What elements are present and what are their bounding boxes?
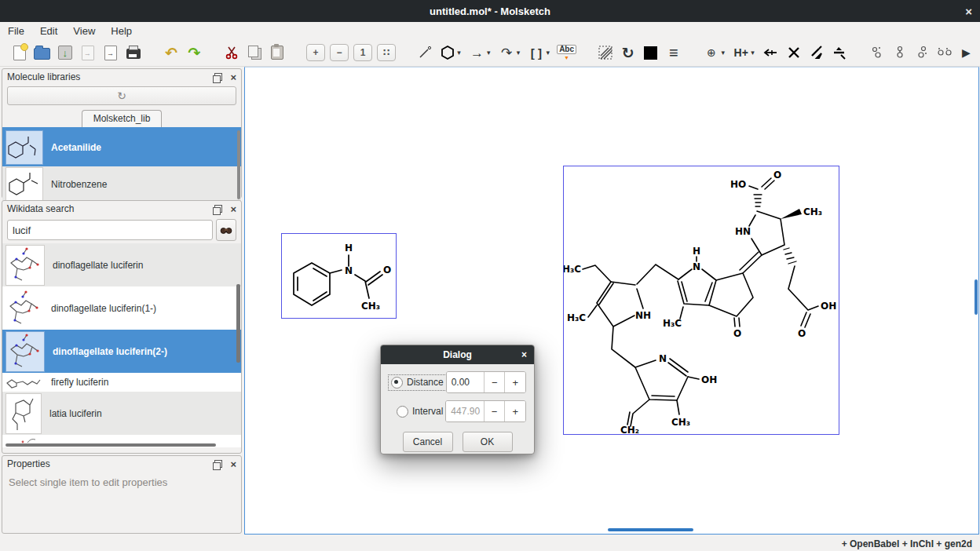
delete-tool[interactable] <box>784 42 803 63</box>
tab-molsketch-lib[interactable]: Molsketch_lib <box>82 110 163 127</box>
radical-tool-2[interactable] <box>937 42 955 63</box>
curved-arrow-tool[interactable]: ↷ <box>498 42 516 63</box>
cancel-button[interactable]: Cancel <box>403 432 453 452</box>
wikidata-item[interactable]: latia luciferin <box>2 392 241 435</box>
radical-tool-1[interactable] <box>913 42 931 63</box>
luciferin-selection-box[interactable]: HO O CH₃ HN H N H₃C H₃C NH H₃C O OH O N … <box>563 166 839 435</box>
rotate-tool[interactable]: ↻ <box>619 42 637 63</box>
interval-radio-group[interactable]: Interval <box>394 404 445 419</box>
reaction-arrow-dropdown[interactable]: ▾ <box>487 49 495 57</box>
interval-spinbox[interactable]: 447.90 − + <box>445 400 526 422</box>
library-item-label: Acetanilide <box>51 142 101 153</box>
wikidata-item[interactable]: dinoflagellate luciferin(1-) <box>2 286 241 330</box>
float-panel-icon[interactable] <box>214 460 222 468</box>
charge-dropdown[interactable]: ▾ <box>722 49 730 57</box>
cut-button[interactable] <box>223 42 241 63</box>
atom-label: H <box>693 246 700 257</box>
paste-button[interactable] <box>269 42 287 63</box>
wikidata-item[interactable]: firefly luciferin <box>2 373 241 392</box>
hydrogen-tool[interactable]: H+ <box>732 42 750 63</box>
new-document-button[interactable] <box>10 42 28 63</box>
distance-decrement-button[interactable]: − <box>484 372 505 392</box>
save-button[interactable]: ↓ <box>56 42 74 63</box>
distance-value[interactable]: 0.00 <box>447 372 484 392</box>
menu-file[interactable]: File <box>0 24 32 38</box>
menu-help[interactable]: Help <box>103 24 140 38</box>
text-tool[interactable]: Abc ▾ <box>557 42 576 63</box>
atom-label: N <box>693 261 700 272</box>
lone-pair-tool-2[interactable] <box>890 42 909 63</box>
interval-decrement-button[interactable]: − <box>484 401 505 421</box>
export-button[interactable]: → <box>101 42 119 63</box>
ok-button[interactable]: OK <box>463 432 513 452</box>
flip-vertical-tool[interactable] <box>830 42 848 63</box>
distance-increment-button[interactable]: + <box>504 372 525 392</box>
library-item-acetanilide[interactable]: Acetanilide <box>2 129 241 166</box>
dialog-titlebar[interactable]: Dialog × <box>381 345 534 364</box>
zoom-in-button[interactable]: + <box>306 42 325 63</box>
drawing-canvas[interactable]: H N O CH₃ <box>244 67 979 535</box>
dialog-close-button[interactable]: × <box>521 349 527 360</box>
acetanilide-selection-box[interactable]: H N O CH₃ <box>281 233 397 319</box>
flip-horizontal-tool[interactable] <box>807 42 825 63</box>
atom-label: HN <box>735 226 751 237</box>
bracket-dropdown[interactable]: ▾ <box>546 49 554 57</box>
close-panel-icon[interactable]: × <box>230 71 236 83</box>
bracket-tool[interactable]: [ ] <box>527 42 545 63</box>
canvas-vertical-scrollbar[interactable] <box>975 279 978 315</box>
window-close-button[interactable]: × <box>965 0 972 22</box>
redo-button[interactable]: ↷ <box>185 42 203 63</box>
charge-decrease-tool[interactable] <box>762 42 780 63</box>
color-swatch-button[interactable] <box>642 42 660 63</box>
interval-radio[interactable] <box>397 406 408 418</box>
wikidata-item[interactable]: dinoflagellate luciferin <box>2 243 241 286</box>
close-panel-icon[interactable]: × <box>230 203 236 215</box>
hydrogen-dropdown[interactable]: ▾ <box>751 49 759 57</box>
acetanilide-molecule[interactable]: H N O CH₃ <box>282 234 396 318</box>
wikidata-item-label: dinoflagellate luciferin(1-) <box>51 303 156 314</box>
wikidata-search-input[interactable]: lucif <box>7 220 213 240</box>
import-button[interactable]: → <box>79 42 97 63</box>
open-file-button[interactable] <box>33 42 51 63</box>
charge-tool[interactable]: ⊕ <box>702 42 720 63</box>
canvas-horizontal-scrollbar[interactable] <box>608 528 693 531</box>
atom-label: O <box>383 265 391 276</box>
wikidata-item-selected[interactable]: dinoflagellate luciferin(2-) <box>2 330 241 373</box>
distance-radio[interactable] <box>391 377 403 389</box>
print-button[interactable] <box>124 42 142 63</box>
ring-dropdown[interactable]: ▾ <box>457 49 466 57</box>
copy-button[interactable] <box>246 42 264 63</box>
distance-spinbox[interactable]: 0.00 − + <box>446 371 526 393</box>
float-panel-icon[interactable] <box>214 205 222 213</box>
hatch-tool[interactable] <box>596 42 614 63</box>
refresh-libraries-button[interactable]: ↻ <box>7 86 236 105</box>
lone-pair-tool-1[interactable] <box>868 42 886 63</box>
interval-increment-button[interactable]: + <box>504 401 525 421</box>
wikidata-search-button[interactable] <box>216 219 236 241</box>
dialog-title: Dialog <box>443 349 472 360</box>
wikidata-vertical-scrollbar[interactable] <box>236 284 240 363</box>
distance-radio-group[interactable]: Distance <box>389 375 446 390</box>
toolbar-expand-button[interactable]: ▶ <box>957 42 975 63</box>
interval-value[interactable]: 447.90 <box>446 401 483 421</box>
redo-icon: ↷ <box>188 46 200 60</box>
menu-view[interactable]: View <box>65 24 103 38</box>
undo-button[interactable]: ↶ <box>163 42 181 63</box>
float-panel-icon[interactable] <box>214 73 222 81</box>
properties-header: Properties × <box>2 456 241 472</box>
menu-edit[interactable]: Edit <box>32 24 65 38</box>
zoom-original-button[interactable]: 1 <box>353 42 372 63</box>
close-panel-icon[interactable]: × <box>230 458 236 470</box>
library-list-scrollbar[interactable] <box>237 130 240 199</box>
draw-bond-tool[interactable] <box>415 42 433 63</box>
wikidata-horizontal-scrollbar[interactable] <box>5 443 216 447</box>
reaction-arrow-tool[interactable]: → <box>468 42 486 63</box>
luciferin-molecule[interactable]: HO O CH₃ HN H N H₃C H₃C NH H₃C O OH O N … <box>564 166 839 434</box>
reaction-arrow-icon: → <box>470 46 484 60</box>
line-width-button[interactable]: ≡ <box>664 42 682 63</box>
zoom-fit-button[interactable]: ∷ <box>377 42 396 63</box>
ring-tool[interactable] <box>438 42 456 63</box>
zoom-out-button[interactable]: − <box>330 42 349 63</box>
curved-arrow-dropdown[interactable]: ▾ <box>517 49 525 57</box>
library-item-nitrobenzene[interactable]: Nitrobenzene <box>2 166 241 202</box>
